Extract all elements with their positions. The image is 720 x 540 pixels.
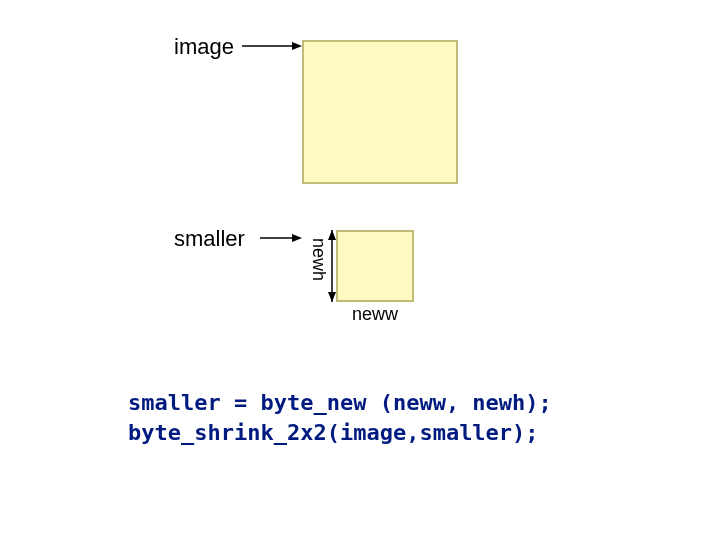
svg-marker-6 xyxy=(328,292,336,302)
dim-arrow-newh xyxy=(0,0,720,540)
code-line-1: smaller = byte_new (neww, newh); xyxy=(128,390,552,415)
code-block: smaller = byte_new (neww, newh); byte_sh… xyxy=(128,388,552,447)
svg-marker-5 xyxy=(328,230,336,240)
code-line-2: byte_shrink_2x2(image,smaller); xyxy=(128,420,539,445)
diagram-stage: image smaller newh neww smaller = byte_n… xyxy=(0,0,720,540)
